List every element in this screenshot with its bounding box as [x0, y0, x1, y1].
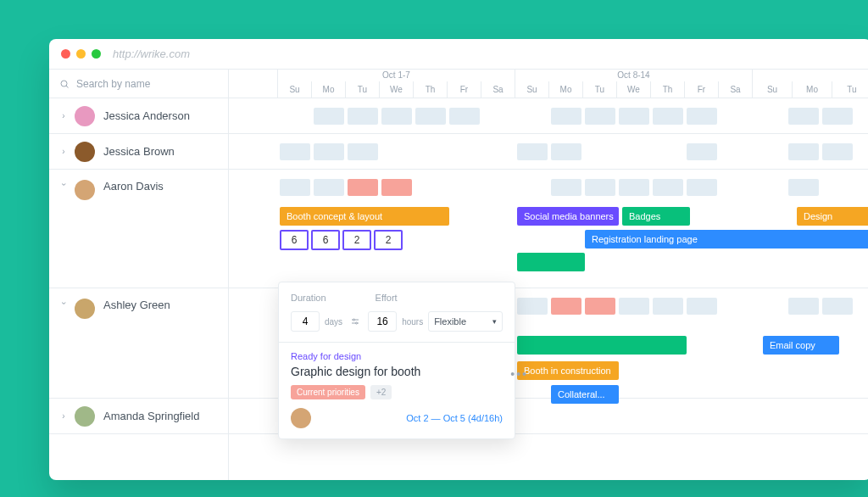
svg-line-1 [66, 86, 69, 88]
day-label: Su [278, 81, 311, 98]
chevron-down-icon: ▾ [492, 317, 497, 326]
day-label: Sa [718, 81, 752, 98]
capacity-cell [280, 179, 310, 196]
user-row-amanda-springfield[interactable]: › Amanda Springfield [49, 399, 228, 434]
svg-point-0 [61, 81, 67, 87]
hour-input[interactable]: 6 [280, 230, 309, 250]
traffic-lights[interactable] [61, 49, 101, 59]
capacity-cell [551, 108, 581, 125]
divider [279, 342, 515, 343]
maximize-icon[interactable] [92, 49, 101, 59]
task-collateral[interactable]: Collateral... [551, 385, 619, 404]
task-email-copy[interactable]: Email copy [763, 336, 839, 355]
task-social-banners[interactable]: Social media banners [517, 207, 619, 226]
task-booth-construction[interactable]: Booth in construction [517, 361, 619, 380]
task-bar[interactable] [517, 336, 687, 355]
day-label: Mo [311, 81, 345, 98]
app-window: http://wrike.com Search by name › Jessic… [49, 39, 868, 480]
user-row-ashley-green[interactable]: › Ashley Green [49, 288, 228, 399]
svg-point-5 [356, 322, 358, 324]
user-name: Ashley Green [103, 299, 170, 311]
task-registration[interactable]: Registration landing page [585, 230, 868, 248]
capacity-cell [687, 108, 717, 125]
day-label: Mo [792, 81, 832, 98]
hour-input[interactable]: 2 [374, 230, 403, 250]
day-label: We [379, 81, 413, 98]
chevron-down-icon: › [59, 298, 69, 310]
search-input[interactable]: Search by name [49, 70, 228, 98]
week-label: Oct 1-7 [278, 70, 515, 81]
capacity-cell [619, 298, 649, 315]
close-icon[interactable] [61, 49, 70, 59]
capacity-cell [280, 143, 310, 160]
day-label: Mo [548, 81, 582, 98]
duration-unit: days [325, 317, 342, 327]
user-name: Amanda Springfield [103, 410, 199, 422]
mode-value: Flexible [434, 316, 466, 327]
duration-input[interactable] [291, 311, 320, 332]
capacity-cell [619, 179, 649, 196]
capacity-cell [788, 179, 819, 196]
effort-label: Effort [376, 293, 398, 303]
sidebar: Search by name › Jessica Anderson › Jess… [49, 70, 229, 480]
capacity-cell [517, 143, 548, 160]
day-label: We [616, 81, 650, 98]
user-name: Jessica Anderson [103, 109, 190, 122]
capacity-cell-over [348, 179, 378, 196]
avatar [75, 142, 95, 162]
tag-more[interactable]: +2 [370, 385, 392, 399]
user-row-aaron-davis[interactable]: › Aaron Davis [49, 170, 228, 288]
effort-unit: hours [402, 317, 423, 327]
titlebar: http://wrike.com [49, 39, 868, 70]
address-bar[interactable]: http://wrike.com [113, 47, 190, 60]
capacity-cell-over [585, 298, 615, 315]
capacity-cell [653, 298, 683, 315]
hour-input[interactable]: 2 [342, 230, 371, 250]
more-icon[interactable]: ••• [510, 367, 528, 381]
avatar [75, 299, 95, 319]
capacity-cell [653, 179, 683, 196]
user-row-jessica-brown[interactable]: › Jessica Brown [49, 134, 228, 170]
avatar [75, 406, 95, 427]
avatar [75, 180, 95, 200]
hour-input[interactable]: 6 [311, 230, 340, 250]
capacity-cell [314, 179, 344, 196]
user-name: Jessica Brown [103, 145, 175, 158]
capacity-cell [788, 143, 819, 160]
task-badges[interactable]: Badges [622, 207, 690, 226]
chevron-right-icon: › [58, 411, 70, 421]
capacity-cell [449, 108, 480, 125]
tag-priority[interactable]: Current priorities [291, 385, 365, 399]
capacity-cell [551, 143, 581, 160]
week-label: Oct 8-14 [515, 70, 752, 81]
hour-allocation[interactable]: 6 6 2 2 [280, 230, 403, 250]
user-row-jessica-anderson[interactable]: › Jessica Anderson [49, 98, 228, 134]
minimize-icon[interactable] [76, 49, 86, 59]
task-design[interactable]: Design [797, 207, 868, 226]
mode-select[interactable]: Flexible ▾ [428, 311, 503, 332]
capacity-cell [687, 179, 717, 196]
task-booth-concept[interactable]: Booth concept & layout [280, 207, 449, 226]
day-label: Sa [481, 81, 515, 98]
timeline-header: Oct 1-7 Su Mo Tu We Th Fr Sa Oct 8-14 Su [229, 70, 868, 98]
capacity-cell-over [551, 298, 581, 315]
task-detail-popover: Duration Effort days hours Flexible ▾ Re… [278, 282, 515, 439]
adjust-icon[interactable] [348, 311, 363, 332]
week-label [753, 70, 868, 81]
capacity-cell [788, 108, 819, 125]
effort-input[interactable] [368, 311, 397, 332]
capacity-cell [348, 143, 378, 160]
capacity-cell [585, 179, 615, 196]
capacity-cell [653, 108, 683, 125]
assignee-avatar[interactable] [291, 408, 311, 428]
capacity-cell [314, 108, 344, 125]
capacity-cell [314, 143, 344, 160]
day-label: Su [753, 81, 792, 98]
capacity-cell [517, 298, 548, 315]
capacity-cell-over [381, 179, 412, 196]
capacity-cell [348, 108, 378, 125]
duration-label: Duration [291, 293, 326, 303]
task-status[interactable]: Ready for design [291, 351, 503, 361]
avatar [75, 106, 95, 126]
task-bar[interactable] [517, 253, 585, 271]
